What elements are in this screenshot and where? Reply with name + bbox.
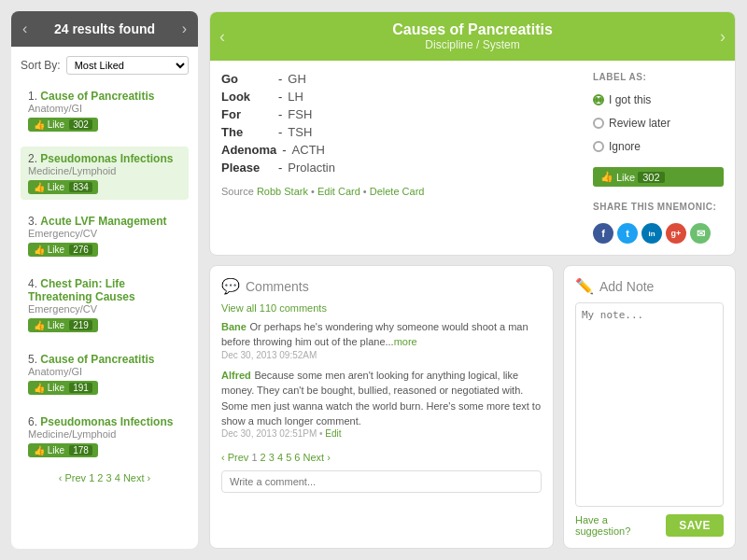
like-btn-4[interactable]: 👍 Like 219 xyxy=(28,318,98,332)
comment-input[interactable] xyxy=(221,470,542,493)
card-source: Source Robb Stark • Edit Card • Delete C… xyxy=(221,186,584,197)
mnemonic-row-5: Please - Prolactin xyxy=(221,161,584,175)
notes-panel: ✏️ Add Note Have a suggestion? SAVE xyxy=(563,265,736,549)
label-as-title: LABEL AS: xyxy=(593,72,724,82)
sort-select[interactable]: Most Liked Most Recent Alphabetical xyxy=(66,56,189,75)
result-item-5[interactable]: 5. Cause of Pancreatitis Anatomy/GI 👍 Li… xyxy=(21,347,189,400)
delete-card-link[interactable]: Delete Card xyxy=(370,186,425,197)
left-content: Sort By: Most Liked Most Recent Alphabet… xyxy=(11,47,198,549)
like-btn-5[interactable]: 👍 Like 191 xyxy=(28,381,98,395)
comments-pagination: ‹ Prev 1 2 3 4 5 6 Next › xyxy=(221,452,542,463)
result-item-2[interactable]: 2. Pseudomonas Infections Medicine/Lymph… xyxy=(21,147,189,200)
radio-review-later[interactable]: Review later xyxy=(593,117,724,130)
radio-i-got-this[interactable]: I got this xyxy=(593,93,724,106)
facebook-icon[interactable]: f xyxy=(593,223,613,244)
view-all-comments[interactable]: View all 110 comments xyxy=(221,302,542,314)
like-btn-2[interactable]: 👍 Like 834 xyxy=(28,180,98,194)
card-right-panel: LABEL AS: I got this Review later Ignore xyxy=(593,72,724,244)
next-arrow[interactable]: › xyxy=(182,21,187,37)
mnemonic-row-0: Go - GH xyxy=(221,72,584,86)
comments-icon: 💬 xyxy=(221,277,240,295)
googleplus-icon[interactable]: g+ xyxy=(666,223,686,244)
suggestion-link[interactable]: Have a suggestion? xyxy=(575,514,666,537)
twitter-icon[interactable]: t xyxy=(617,223,638,244)
result-item-4[interactable]: 4. Chest Pain: Life Threatening Causes E… xyxy=(21,272,189,338)
sort-row: Sort By: Most Liked Most Recent Alphabet… xyxy=(21,56,189,75)
radio-circle-ignore xyxy=(593,141,604,152)
result-item-6[interactable]: 6. Pseudomonas Infections Medicine/Lymph… xyxy=(21,410,189,463)
comment-1: Bane Or perhaps he's wondering why someo… xyxy=(221,319,542,360)
email-icon[interactable]: ✉ xyxy=(690,223,711,244)
card-like-button[interactable]: 👍 Like 302 xyxy=(593,167,724,187)
mnemonic-row-2: For - FSH xyxy=(221,107,584,121)
like-btn-6[interactable]: 👍 Like 178 xyxy=(28,443,98,457)
source-author[interactable]: Robb Stark xyxy=(257,186,308,197)
sort-label: Sort By: xyxy=(21,59,61,72)
mnemonic-table: Go - GH Look - LH For - FSH xyxy=(221,72,584,175)
left-pagination: ‹ Prev 1 2 3 4 Next › xyxy=(21,472,189,483)
card-panel: ‹ Causes of Pancreatitis Discipline / Sy… xyxy=(209,11,736,256)
note-textarea[interactable] xyxy=(575,302,724,507)
comment-2: Alfred Because some men aren't looking f… xyxy=(221,368,542,440)
card-next-arrow[interactable]: › xyxy=(720,27,726,47)
card-prev-arrow[interactable]: ‹ xyxy=(219,27,225,47)
mnemonic-row-4: Adenoma - ACTH xyxy=(221,143,584,157)
comment-1-more[interactable]: more xyxy=(394,336,417,347)
card-body: Go - GH Look - LH For - FSH xyxy=(210,61,735,255)
card-header: ‹ Causes of Pancreatitis Discipline / Sy… xyxy=(210,12,735,61)
like-btn-3[interactable]: 👍 Like 276 xyxy=(28,243,98,257)
radio-circle-got-this xyxy=(593,94,604,105)
radio-circle-review xyxy=(593,118,604,129)
edit-card-link[interactable]: Edit Card xyxy=(317,186,360,197)
right-section: ‹ Causes of Pancreatitis Discipline / Sy… xyxy=(209,11,736,549)
card-title: Causes of Pancreatitis xyxy=(238,21,707,38)
comments-panel: 💬 Comments View all 110 comments Bane Or… xyxy=(209,265,554,549)
share-label: SHARE THIS MNEMONIC: xyxy=(593,202,724,212)
comment-2-edit[interactable]: Edit xyxy=(325,428,341,439)
prev-arrow[interactable]: ‹ xyxy=(22,21,27,37)
comments-title: Comments xyxy=(246,279,309,294)
left-panel: ‹ 24 results found › Sort By: Most Liked… xyxy=(11,11,198,549)
bottom-panels: 💬 Comments View all 110 comments Bane Or… xyxy=(209,265,736,549)
mnemonic-content: Go - GH Look - LH For - FSH xyxy=(221,72,584,244)
notes-icon: ✏️ xyxy=(575,277,594,295)
save-button[interactable]: SAVE xyxy=(666,514,724,537)
radio-ignore[interactable]: Ignore xyxy=(593,140,724,153)
result-item-1[interactable]: 1. Cause of Pancreatitis Anatomy/GI 👍 Li… xyxy=(21,84,189,137)
notes-footer: Have a suggestion? SAVE xyxy=(575,514,724,537)
like-btn-1[interactable]: 👍 Like 302 xyxy=(28,118,98,132)
result-item-3[interactable]: 3. Acute LVF Management Emergency/CV 👍 L… xyxy=(21,209,189,262)
mnemonic-row-3: The - TSH xyxy=(221,125,584,139)
mnemonic-row-1: Look - LH xyxy=(221,90,584,104)
results-header: ‹ 24 results found › xyxy=(11,11,198,47)
comments-header: 💬 Comments xyxy=(221,277,542,295)
results-count: 24 results found xyxy=(54,21,155,36)
notes-header: ✏️ Add Note xyxy=(575,277,724,295)
card-subtitle: Discipline / System xyxy=(238,38,707,51)
notes-title: Add Note xyxy=(599,279,654,294)
social-icons: f t in g+ ✉ xyxy=(593,223,724,244)
linkedin-icon[interactable]: in xyxy=(641,223,662,244)
